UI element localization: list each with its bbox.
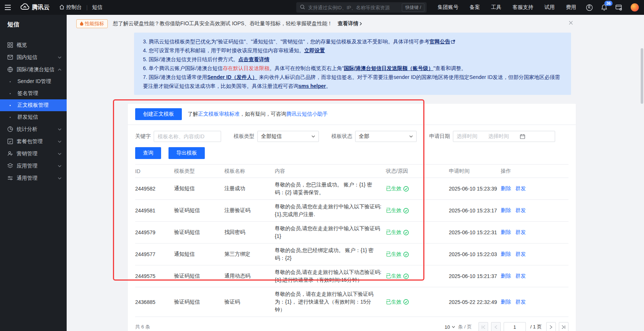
last-page-button[interactable] <box>559 322 568 331</box>
sidebar-item-analytics[interactable]: 统计分析 <box>0 123 67 135</box>
bulk-send-link[interactable]: 群发 <box>515 273 526 279</box>
notifications-bell-icon[interactable]: 36 <box>601 4 607 11</box>
cell-content: 尊敬的会员,您已经绑定成功。 账户：{1} 密码：{2} <box>275 246 386 262</box>
template-status-select[interactable]: 全部 <box>355 131 417 142</box>
vertical-scrollbar[interactable] <box>641 33 643 327</box>
template-panel: 创建正文模板 了解正文模板审核标准，如有疑问，可咨询腾讯云短信小助手 关键字 模… <box>128 104 576 331</box>
perf-metric-badge[interactable]: 性能指标 <box>76 19 108 28</box>
nav-separator: | <box>86 4 88 10</box>
pie-chart-icon <box>7 126 13 132</box>
chevron-down-icon <box>58 56 61 59</box>
delete-link[interactable]: 删除 <box>501 273 511 279</box>
export-template-button[interactable]: 导出模板 <box>168 147 205 159</box>
date-label: 申请日期 <box>429 133 450 140</box>
bulk-send-link[interactable]: 群发 <box>515 207 526 214</box>
sidebar-item-overview[interactable]: 概览 <box>0 39 67 51</box>
console-label: 控制台 <box>66 4 82 11</box>
cell-type: 验证码短信 <box>174 207 224 214</box>
scrollbar-thumb[interactable] <box>641 48 643 104</box>
next-page-button[interactable] <box>546 322 556 331</box>
cell-id: 2449582 <box>135 186 174 192</box>
status-badge: 已生效 <box>386 229 449 236</box>
sidebar-item-domestic-sms[interactable]: 国内短信 <box>0 51 67 63</box>
cell-content: 尊敬的会员,请您在走走旅行中输入以下验证码{1} <box>275 225 386 240</box>
date-range-picker[interactable]: 选择时间 选择时间 <box>453 131 555 142</box>
nav-item-group-account[interactable]: 集团账号 <box>438 4 458 11</box>
sidebar-item-marketing[interactable]: 营销管理 <box>0 148 67 160</box>
delete-link[interactable]: 删除 <box>501 299 511 305</box>
page-size-select[interactable]: 10 <box>445 324 455 330</box>
sms-assistant-link[interactable]: 腾讯云短信小助手 <box>286 111 328 117</box>
daily-limit-link[interactable]: 国际/港澳台短信日发送限额（账号级） <box>344 65 433 71</box>
nav-item-icp[interactable]: 备案 <box>470 4 480 11</box>
sliders-icon <box>7 176 13 181</box>
nav-item-billing[interactable]: 费用 <box>566 4 576 11</box>
template-type-select[interactable]: 全部短信 <box>257 131 319 142</box>
sender-id-link[interactable]: Sender ID（发件人） <box>207 74 257 80</box>
cell-time: 2025-06-10 15:22:03 <box>449 251 501 257</box>
product-breadcrumb[interactable]: 短信 <box>92 4 103 11</box>
notice-panel: 3. 腾讯云短信模板类型已优化为"验证码短信"、"通知短信"、"营销短信"，您的… <box>134 33 571 95</box>
sidebar-item-label: Sender ID管理 <box>17 78 51 85</box>
sidebar-item-bulk-sms[interactable]: 群发短信 <box>0 111 67 123</box>
chevron-right-icon <box>359 21 362 27</box>
filter-bar: 关键字 模板类型 全部短信 模板状态 全部 申请日期 选择时间 选 <box>128 125 576 142</box>
user-avatar[interactable] <box>631 3 639 11</box>
sidebar-item-intl-sms[interactable]: 国际/港澳台短信 <box>0 63 67 76</box>
first-page-button[interactable] <box>478 322 488 331</box>
droplet-icon <box>80 21 83 27</box>
notice-line-7: 7. 国际/港澳台短信通常使用Sender ID（发件人） 来向收件人标识自己品… <box>143 73 562 90</box>
prev-page-button[interactable] <box>491 322 501 331</box>
nav-item-trial[interactable]: 试用 <box>544 4 555 11</box>
bulk-send-link[interactable]: 群发 <box>515 251 526 258</box>
notice-text: 7. 国际/港澳台短信通常使用 <box>143 74 207 80</box>
sidebar-item-sender-id[interactable]: Sender ID管理 <box>0 76 67 87</box>
chevron-down-icon <box>58 165 61 167</box>
sidebar-item-packages[interactable]: 套餐包管理 <box>0 135 67 148</box>
delete-link[interactable]: 删除 <box>501 229 511 236</box>
sidebar-item-signature[interactable]: 签名管理 <box>0 87 67 99</box>
query-button[interactable]: 查询 <box>135 147 161 159</box>
create-template-button[interactable]: 创建正文模板 <box>135 108 182 120</box>
console-settings-icon[interactable] <box>615 4 623 11</box>
banner-details-link[interactable]: 查看详情 <box>338 20 362 27</box>
global-search[interactable]: 快捷键 / <box>296 2 427 13</box>
delete-link[interactable]: 删除 <box>501 251 511 258</box>
review-standard-link[interactable]: 正文模板审核标准 <box>198 111 240 117</box>
official-announcement-link[interactable]: 官网公告 <box>429 39 450 44</box>
search-input[interactable] <box>308 5 399 10</box>
check-circle-icon <box>403 230 409 235</box>
setup-now-link[interactable]: 立即设置 <box>304 47 325 53</box>
close-icon[interactable] <box>569 21 573 25</box>
nav-item-tools[interactable]: 工具 <box>491 4 501 11</box>
col-header-type: 模板类型 <box>174 168 224 175</box>
help-icon[interactable] <box>586 4 593 11</box>
nav-item-support[interactable]: 客服支持 <box>513 4 533 11</box>
keyword-input[interactable] <box>154 131 221 142</box>
delete-link[interactable]: 删除 <box>501 207 511 214</box>
notice-line-6: 6. 单个腾讯云账户国际/港澳台短信存在默认日发送限额。具体可在控制台概览页右上… <box>143 64 562 73</box>
notification-count-badge: 36 <box>604 1 613 6</box>
status-text: 已生效 <box>386 207 401 214</box>
hamburger-menu-icon[interactable] <box>4 0 17 15</box>
sidebar-item-general[interactable]: 通用管理 <box>0 172 67 184</box>
sidebar-item-label: 营销管理 <box>17 150 37 157</box>
sidebar-item-apps[interactable]: 应用管理 <box>0 160 67 172</box>
sms-helper-link[interactable]: sms helper <box>298 83 326 89</box>
view-details-link[interactable]: 点击查看详情 <box>238 56 269 62</box>
sidebar-item-label: 应用管理 <box>17 163 37 169</box>
page-number-input[interactable] <box>504 322 526 331</box>
tencent-cloud-logo[interactable]: 腾讯云 <box>20 3 50 11</box>
bulk-send-link[interactable]: 群发 <box>515 229 526 236</box>
bulk-send-link[interactable]: 群发 <box>515 299 526 305</box>
console-link[interactable]: 控制台 <box>59 4 82 11</box>
cloud-icon <box>20 3 30 11</box>
top-nav: 腾讯云 控制台 | 短信 快捷键 / 集团账号 备案 工具 客服支持 试用 费用… <box>0 0 644 15</box>
sidebar-item-body-template[interactable]: 正文模板管理 <box>0 99 67 111</box>
col-header-name: 模板名称 <box>224 168 275 175</box>
delete-link[interactable]: 删除 <box>501 185 511 192</box>
bulk-send-link[interactable]: 群发 <box>515 185 526 192</box>
cell-ops: 删除群发 <box>501 185 568 192</box>
cell-id: 2449581 <box>135 208 174 214</box>
cell-name: 第三方绑定 <box>224 251 275 258</box>
